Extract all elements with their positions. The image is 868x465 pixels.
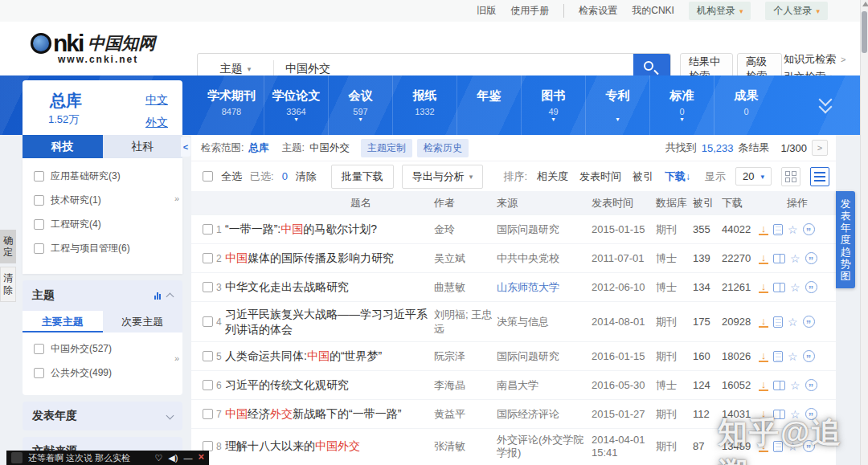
foreign-lang-link[interactable]: 外文 <box>145 112 168 132</box>
row-checkbox[interactable] <box>203 409 213 419</box>
nav-db-item[interactable]: 图书 49 ▾ <box>521 75 585 135</box>
result-title-link[interactable]: 中华文化走出去战略研究 <box>223 279 434 295</box>
category-checkbox[interactable] <box>34 368 44 378</box>
more-categories-icon[interactable]: » <box>174 194 179 203</box>
chinese-lang-link[interactable]: 中文 <box>145 90 168 109</box>
topic-customize-badge[interactable]: 主题定制 <box>361 139 412 157</box>
video-overlay-bar[interactable]: 还等着啊 这次说 那么实检 ♡ ◀) — × <box>6 451 209 465</box>
sidebar-collapse-icon[interactable]: < <box>181 137 190 157</box>
nav-db-item[interactable]: 学位论文 3364 ▾ <box>264 75 328 135</box>
download-icon[interactable]: ↓ <box>759 224 768 235</box>
download-icon[interactable]: ↓ <box>759 380 768 391</box>
category-checkbox[interactable] <box>34 195 44 206</box>
category-checkbox[interactable] <box>34 243 44 254</box>
read-doc-icon[interactable] <box>773 224 783 235</box>
nav-db-item[interactable]: 年鉴 <box>457 75 521 135</box>
tab-sheke[interactable]: 社科 <box>103 135 183 158</box>
read-doc-icon[interactable] <box>773 441 783 452</box>
category-checkbox[interactable] <box>34 219 44 230</box>
col-source[interactable]: 来源 <box>497 197 592 210</box>
quote-icon[interactable]: ” <box>805 408 817 420</box>
topic-section-header[interactable]: 主题 <box>23 280 182 311</box>
download-icon[interactable]: ↓ <box>759 282 768 293</box>
batch-download-button[interactable]: 批量下载 <box>331 165 394 189</box>
row-checkbox[interactable] <box>203 253 213 263</box>
sort-option[interactable]: 被引 <box>633 169 653 184</box>
nav-db-item[interactable]: 专利 ▾ <box>585 75 649 135</box>
col-date[interactable]: 发表时间 <box>592 197 656 210</box>
result-author[interactable]: 张清敏 <box>434 439 497 454</box>
result-cited-count[interactable]: 134 <box>693 281 722 293</box>
result-author[interactable]: 李海晶 <box>434 378 497 393</box>
favorite-star-icon[interactable]: ☆ <box>788 223 798 236</box>
row-checkbox[interactable] <box>203 316 213 327</box>
nav-db-item[interactable]: 学术期刊 8478 <box>199 75 264 135</box>
category-checkbox[interactable] <box>34 171 44 182</box>
tab-secondary-topic[interactable]: 次要主题 <box>103 311 183 332</box>
result-author[interactable]: 阮宗泽 <box>434 349 497 364</box>
category-filter-item[interactable]: 技术研究(1) <box>34 194 182 207</box>
result-author[interactable]: 黄益平 <box>434 407 497 422</box>
sort-option[interactable]: 发表时间 <box>579 169 621 184</box>
export-analyze-button[interactable]: 导出与分析▾ <box>402 165 484 189</box>
knowledge-element-search-link[interactable]: 知识元检索> <box>784 51 845 68</box>
read-book-icon[interactable] <box>773 254 785 263</box>
category-filter-item[interactable]: 中国外交(527) <box>34 342 182 356</box>
page-scrollbar[interactable] <box>860 0 868 465</box>
favorite-star-icon[interactable]: ☆ <box>788 440 798 453</box>
result-cited-count[interactable]: 355 <box>693 223 722 235</box>
category-checkbox[interactable] <box>34 344 44 354</box>
favorite-star-icon[interactable]: ☆ <box>790 408 800 421</box>
result-title-link[interactable]: “一带一路”:中国的马歇尔计划? <box>223 222 434 237</box>
nav-db-item[interactable]: 标准 0 ▾ <box>649 75 714 135</box>
result-source[interactable]: 国际问题研究 <box>497 350 592 363</box>
result-source[interactable]: 国际经济评论 <box>497 408 592 421</box>
old-version-link[interactable]: 旧版 <box>477 4 496 18</box>
org-login-button[interactable]: 机构登录▾ <box>689 2 751 20</box>
download-icon[interactable]: ↓ <box>759 409 768 420</box>
list-view-icon[interactable] <box>810 167 829 186</box>
next-page-button[interactable]: > <box>812 140 828 156</box>
favorite-star-icon[interactable]: ☆ <box>790 379 800 392</box>
col-downloads[interactable]: 下载 <box>722 196 759 210</box>
read-doc-icon[interactable] <box>773 351 783 362</box>
clear-filter-button[interactable]: 清除 <box>0 267 16 302</box>
download-icon[interactable]: ↓ <box>759 316 768 328</box>
chevron-up-icon[interactable] <box>166 293 174 301</box>
result-title-link[interactable]: 理解十八大以来的中国外交 <box>223 438 434 454</box>
read-book-icon[interactable] <box>773 283 785 292</box>
result-title-link[interactable]: 中国经济外交新战略下的“一带一路” <box>223 406 434 422</box>
read-doc-icon[interactable] <box>773 316 783 328</box>
result-title-link[interactable]: 中国媒体的国际传播及影响力研究 <box>223 251 434 266</box>
category-filter-item[interactable]: 应用基础研究(3) <box>34 169 182 183</box>
tab-main-topic[interactable]: 主要主题 <box>23 311 103 332</box>
col-cited[interactable]: 被引 <box>693 196 722 210</box>
download-icon[interactable]: ↓ <box>759 351 768 362</box>
scrollbar-thumb[interactable] <box>862 11 867 53</box>
row-checkbox[interactable] <box>203 282 213 292</box>
result-source[interactable]: 外交评论(外交学院学报) <box>497 434 592 459</box>
cnki-logo[interactable]: nki 中国知网 www.cnki.net <box>31 30 155 65</box>
quote-icon[interactable]: ” <box>805 252 817 264</box>
result-cited-count[interactable]: 139 <box>693 252 722 264</box>
user-manual-link[interactable]: 使用手册 <box>510 4 549 18</box>
result-title-link[interactable]: 习近平的传统文化观研究 <box>223 377 434 393</box>
result-source[interactable]: 决策与信息 <box>497 316 592 328</box>
result-author[interactable]: 吴立斌 <box>434 251 497 266</box>
result-cited-count[interactable]: 175 <box>693 316 722 328</box>
result-title-link[interactable]: 习近平民族复兴大战略——学习习近平系列讲话的体会 <box>223 307 434 337</box>
read-book-icon[interactable] <box>773 410 785 419</box>
read-book-icon[interactable] <box>773 381 785 390</box>
search-settings-link[interactable]: 检索设置 <box>563 4 617 18</box>
quote-icon[interactable]: ” <box>803 440 815 452</box>
nav-db-item[interactable]: 会议 597 ▾ <box>328 75 392 135</box>
result-source[interactable]: 南昌大学 <box>497 379 592 392</box>
quote-icon[interactable]: ” <box>805 379 817 391</box>
category-filter-item[interactable]: 公共外交(499) <box>34 366 182 380</box>
quote-icon[interactable]: ” <box>803 350 815 362</box>
minimize-icon[interactable]: — <box>183 453 192 463</box>
result-source[interactable]: 山东师范大学 <box>497 281 592 294</box>
row-checkbox[interactable] <box>203 380 213 390</box>
category-filter-item[interactable]: 工程研究(4) <box>34 218 182 231</box>
favorite-star-icon[interactable]: ☆ <box>788 350 798 363</box>
